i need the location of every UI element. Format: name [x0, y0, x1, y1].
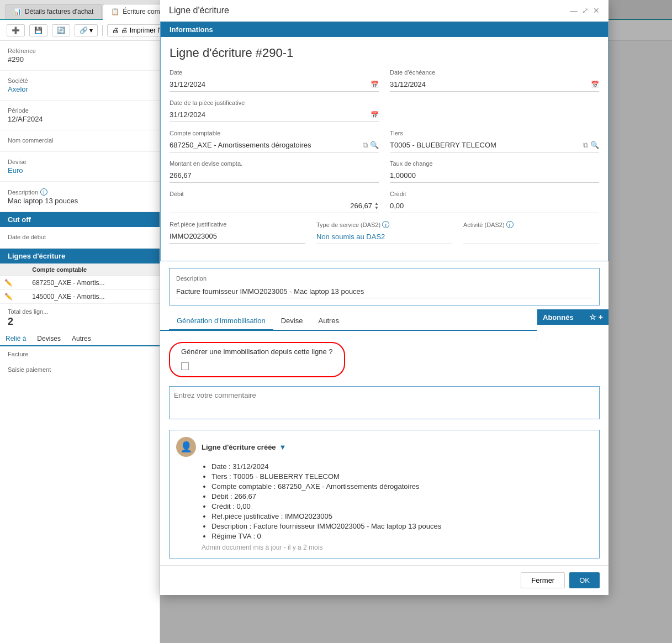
refresh-button[interactable]: 🔄 — [52, 24, 70, 36]
debit-label: Débit — [170, 191, 379, 197]
credit-value: 0,00 — [390, 199, 599, 213]
credit-label: Crédit — [390, 191, 599, 197]
tab-devises[interactable]: Devises — [31, 332, 66, 346]
ok-button[interactable]: OK — [569, 572, 600, 588]
montant-taux-row: Montant en devise compta. 266,67 Taux de… — [170, 160, 599, 183]
activite-group: Activité (DAS2) i — [463, 221, 599, 244]
type-service-group: Type de service (DAS2) i Non soumis au D… — [316, 221, 452, 244]
comment-textarea[interactable] — [169, 386, 600, 419]
lines-table: Compte comptable ✏️ 687250_AXE - Amortis… — [0, 263, 160, 304]
edit-icon[interactable]: ✏️ — [0, 290, 28, 304]
nom-commercial-block: Nom commercial — [0, 130, 160, 152]
minimize-icon[interactable]: — — [570, 6, 578, 15]
date-debut-label: Date de début — [8, 234, 152, 240]
reference-label: Référence — [8, 48, 152, 54]
debit-value: 266,67 ▲ ▼ — [170, 199, 379, 213]
taux-label: Taux de change — [390, 160, 599, 167]
modal-footer: Fermer OK — [160, 565, 608, 595]
nom-commercial-label: Nom commercial — [8, 137, 152, 144]
copy-tiers-icon[interactable]: ⧉ — [583, 141, 588, 150]
societe-value[interactable]: Axelor — [8, 85, 152, 93]
debit-group: Débit 266,67 ▲ ▼ — [170, 191, 379, 213]
periode-value: 12/AF2024 — [8, 115, 152, 123]
description-info-icon: i — [40, 188, 47, 196]
edit-icon[interactable]: ✏️ — [0, 276, 28, 290]
type-service-label: Type de service (DAS2) i — [316, 221, 452, 228]
tab-relie-a[interactable]: Relié à — [0, 332, 31, 346]
list-item: Crédit : 0,00 — [211, 502, 592, 510]
abonnes-panel: Abonnés ☆ + — [537, 309, 608, 341]
debit-spinner[interactable]: ▲ ▼ — [374, 202, 379, 210]
calendar-icon[interactable]: 📅 — [371, 81, 379, 88]
abonnes-content — [537, 325, 608, 341]
total-value: 2 — [8, 316, 152, 328]
modal-titlebar: Ligne d'écriture — ⤢ ✕ — [160, 0, 608, 22]
calendar-piece-icon[interactable]: 📅 — [371, 111, 379, 119]
devise-value[interactable]: Euro — [8, 166, 152, 175]
activite-label: Activité (DAS2) i — [463, 221, 599, 228]
abonnes-header: Abonnés ☆ + — [537, 309, 608, 325]
ref-piece-label: Ref.pièce justificative — [170, 221, 305, 228]
date-row: Date 31/12/2024 📅 Date d'échéance 31/12/… — [170, 69, 599, 92]
tab-autres[interactable]: Autres — [310, 312, 347, 331]
activite-info-icon: i — [506, 221, 514, 228]
date-echeance-label: Date d'échéance — [390, 69, 599, 76]
tiers-value: T0005 - BLUEBERRY TELECOM ⧉ 🔍 — [390, 138, 599, 152]
date-echeance-value: 31/12/2024 📅 — [390, 77, 599, 92]
devise-label: Devise — [8, 159, 152, 165]
facture-label: Facture — [8, 351, 152, 357]
generate-checkbox[interactable] — [181, 362, 189, 370]
cut-off-header: Cut off — [0, 212, 160, 227]
date-piece-group: Date de la pièce justificative 31/12/202… — [170, 99, 379, 122]
tab-autres[interactable]: Autres — [66, 332, 97, 346]
table-row: ✏️ 145000_AXE - Amortis... — [0, 290, 160, 304]
type-service-value: Non soumis au DAS2 — [316, 230, 452, 244]
montant-value: 266,67 — [170, 168, 379, 183]
tab-generation[interactable]: Génération d'Immobilisation — [169, 312, 273, 331]
info-content: Ligne d'écriture #290-1 Date 31/12/2024 … — [161, 37, 608, 261]
description-label: Description i — [8, 188, 152, 196]
close-icon[interactable]: ✕ — [593, 6, 600, 15]
fermer-button[interactable]: Fermer — [521, 572, 565, 588]
credit-group: Crédit 0,00 — [390, 191, 599, 213]
comment-section — [160, 386, 608, 430]
societe-label: Société — [8, 77, 152, 84]
date-piece-label: Date de la pièce justificative — [170, 99, 379, 106]
montant-label: Montant en devise compta. — [170, 160, 379, 167]
abonnes-label: Abonnés — [543, 313, 574, 322]
list-item: Débit : 266,67 — [211, 492, 592, 500]
tab-devise[interactable]: Devise — [273, 312, 311, 331]
date-group: Date 31/12/2024 📅 — [170, 69, 379, 92]
date-value: 31/12/2024 📅 — [170, 77, 379, 92]
table-icon: 📋 — [111, 8, 119, 15]
tab-details-factures[interactable]: 📊 Détails factures d'achat — [6, 4, 102, 19]
save-button[interactable]: 💾 — [29, 24, 47, 36]
activity-list: Date : 31/12/2024 Tiers : T0005 - BLUEBE… — [202, 462, 592, 540]
periode-block: Période 12/AF2024 — [0, 101, 160, 130]
calendar-echeance-icon[interactable]: 📅 — [591, 81, 599, 88]
link-button[interactable]: 🔗 ▾ — [75, 24, 98, 36]
dropdown-arrow-icon[interactable]: ▼ — [279, 443, 287, 451]
activity-footer: Admin document mis à jour - il y a 2 moi… — [202, 544, 592, 551]
search-compte-icon[interactable]: 🔍 — [370, 141, 379, 150]
search-tiers-icon[interactable]: 🔍 — [590, 141, 599, 150]
avatar: 👤 — [176, 437, 196, 457]
ref-service-row: Ref.pièce justificative IMMO2023005 Type… — [170, 221, 599, 244]
line-value: 145000_AXE - Amortis... — [28, 290, 160, 304]
activity-header: 👤 Ligne d'écriture créée ▼ — [176, 437, 592, 457]
debit-credit-row: Débit 266,67 ▲ ▼ Crédit — [170, 191, 599, 213]
expand-icon[interactable]: ⤢ — [582, 6, 589, 15]
activity-separator: - — [284, 544, 288, 551]
activity-inner: 👤 Ligne d'écriture créée ▼ Date : 31/12/… — [170, 430, 599, 558]
spacer — [390, 99, 599, 122]
date-piece-row: Date de la pièce justificative 31/12/202… — [170, 99, 599, 122]
plus-icon[interactable]: + — [599, 313, 603, 322]
activity-log-wrapper: 👤 Ligne d'écriture créée ▼ Date : 31/12/… — [169, 430, 600, 558]
star-icon[interactable]: ☆ — [589, 313, 596, 322]
activity-author[interactable]: Admin — [202, 544, 220, 551]
copy-icon[interactable]: ⧉ — [363, 141, 368, 150]
description-block: Description i Mac laptop 13 pouces — [0, 182, 160, 212]
activity-title-text: Ligne d'écriture créée — [202, 443, 276, 451]
description-section: Description Facture fournisseur IMMO2023… — [169, 268, 600, 305]
add-button[interactable]: ➕ — [7, 24, 25, 36]
